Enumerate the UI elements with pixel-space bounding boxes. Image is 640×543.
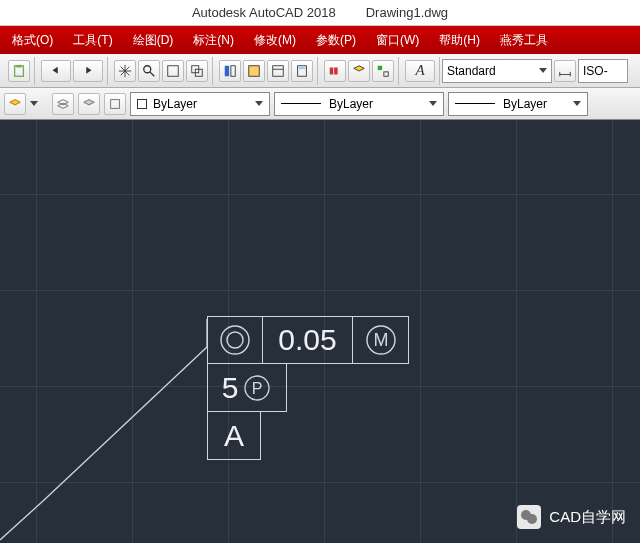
layer-filter-icon[interactable]	[104, 93, 126, 115]
text-style-dropdown[interactable]: Standard	[442, 59, 552, 83]
title-bar: Autodesk AutoCAD 2018 Drawing1.dwg	[0, 0, 640, 26]
gtol-material-condition-m: M	[353, 316, 409, 364]
dim-style-dropdown[interactable]: ISO-	[578, 59, 628, 83]
svg-rect-9	[249, 65, 260, 76]
dim-style-value: ISO-	[583, 64, 608, 78]
menu-tools[interactable]: 工具(T)	[63, 26, 122, 54]
dim-style-icon[interactable]	[554, 60, 576, 82]
svg-rect-15	[334, 67, 338, 74]
geometric-tolerance-frame[interactable]: 0.05 M 5 P A	[207, 316, 409, 460]
gtol-projected-zone: 5 P	[207, 364, 287, 412]
menu-window[interactable]: 窗口(W)	[366, 26, 429, 54]
toolbar-properties: ByLayer ByLayer ByLayer	[0, 88, 640, 120]
svg-rect-13	[299, 66, 306, 69]
watermark: CAD自学网	[517, 505, 626, 529]
layer-iso-icon[interactable]	[78, 93, 100, 115]
lineweight-dropdown[interactable]: ByLayer	[448, 92, 588, 116]
drawing-canvas[interactable]: 0.05 M 5 P A CAD自学网	[0, 120, 640, 543]
sheet-set-icon[interactable]	[243, 60, 265, 82]
layer-color-dropdown[interactable]: ByLayer	[130, 92, 270, 116]
gtol-datum-a: A	[207, 412, 261, 460]
pan-icon[interactable]	[114, 60, 136, 82]
svg-point-25	[221, 326, 249, 354]
svg-rect-7	[225, 65, 229, 76]
redo-button[interactable]	[73, 60, 103, 82]
menu-extra[interactable]: 燕秀工具	[490, 26, 558, 54]
svg-rect-8	[231, 65, 235, 76]
svg-line-22	[0, 501, 43, 540]
zoom-window-icon[interactable]	[162, 60, 184, 82]
zoom-icon[interactable]	[138, 60, 160, 82]
svg-rect-16	[378, 65, 382, 69]
wechat-icon	[517, 505, 541, 529]
block-icon[interactable]	[324, 60, 346, 82]
color-swatch-icon	[137, 99, 147, 109]
svg-rect-21	[111, 99, 120, 108]
menu-bar: 格式(O) 工具(T) 绘图(D) 标注(N) 修改(M) 参数(P) 窗口(W…	[0, 26, 640, 54]
layer-states-icon[interactable]	[52, 93, 74, 115]
watermark-text: CAD自学网	[549, 508, 626, 527]
svg-rect-10	[273, 65, 284, 76]
layer-color-value: ByLayer	[153, 97, 255, 111]
linetype-value: ByLayer	[329, 97, 373, 111]
lineweight-value: ByLayer	[503, 97, 547, 111]
svg-line-23	[43, 347, 207, 501]
svg-point-2	[144, 65, 151, 72]
svg-rect-14	[330, 67, 334, 74]
gtol-symbol-concentricity	[207, 316, 263, 364]
layer-prev-icon[interactable]	[4, 93, 26, 115]
svg-line-3	[150, 71, 154, 75]
svg-rect-1	[16, 64, 21, 67]
file-name: Drawing1.dwg	[366, 5, 448, 20]
chevron-down-icon	[429, 101, 437, 106]
chevron-down-icon	[255, 101, 263, 106]
svg-rect-17	[384, 71, 388, 75]
tool-palettes-icon[interactable]	[267, 60, 289, 82]
menu-draw[interactable]: 绘图(D)	[123, 26, 184, 54]
svg-rect-4	[168, 65, 179, 76]
chevron-down-icon[interactable]	[30, 101, 38, 106]
svg-text:M: M	[373, 330, 388, 350]
layer-icon[interactable]	[348, 60, 370, 82]
zoom-prev-icon[interactable]	[186, 60, 208, 82]
menu-param[interactable]: 参数(P)	[306, 26, 366, 54]
gtol-tolerance-value: 0.05	[263, 316, 353, 364]
chevron-down-icon	[573, 101, 581, 106]
toolbar-standard: A Standard ISO-	[0, 54, 640, 88]
svg-point-26	[227, 332, 243, 348]
calc-icon[interactable]	[291, 60, 313, 82]
properties-icon[interactable]	[219, 60, 241, 82]
undo-button[interactable]	[41, 60, 71, 82]
gtol-projected-value: 5	[222, 371, 239, 405]
text-style-button[interactable]: A	[405, 60, 435, 82]
linetype-preview-icon	[281, 103, 321, 104]
svg-text:P: P	[252, 380, 263, 397]
menu-dimension[interactable]: 标注(N)	[183, 26, 244, 54]
menu-format[interactable]: 格式(O)	[2, 26, 63, 54]
chevron-down-icon	[539, 68, 547, 73]
paste-icon[interactable]	[8, 60, 30, 82]
app-name: Autodesk AutoCAD 2018	[192, 5, 336, 20]
text-style-value: Standard	[447, 64, 496, 78]
menu-modify[interactable]: 修改(M)	[244, 26, 306, 54]
match-icon[interactable]	[372, 60, 394, 82]
lineweight-preview-icon	[455, 103, 495, 104]
linetype-dropdown[interactable]: ByLayer	[274, 92, 444, 116]
menu-help[interactable]: 帮助(H)	[429, 26, 490, 54]
